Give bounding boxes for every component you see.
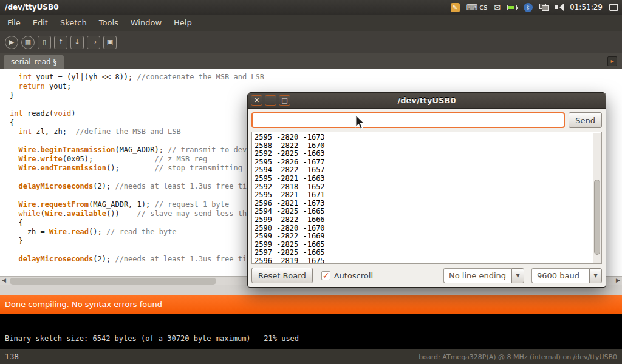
serial-controls: Reset Board Autoscroll No line ending 96… [251, 268, 602, 283]
serial-output-line: 2588 -2822 -1670 [255, 142, 592, 150]
bluetooth-icon[interactable]: ᛒ [524, 3, 533, 12]
toolbar: ▶▦▯↑↓→▣ [0, 31, 622, 53]
notes-icon[interactable]: ✎ [451, 3, 460, 12]
serial-output-line: 2599 -2822 -1669 [255, 232, 592, 241]
line-ending-dropdown[interactable]: No line ending [443, 268, 524, 283]
footer-bar: 138 board: ATmega328P(A) @ 8 MHz (intern… [0, 349, 622, 364]
screen: /dev/ttyUSB0 ✎cs✉ᛒ 01:51:29 FileEditSket… [0, 0, 622, 364]
upload-button[interactable]: → [87, 36, 100, 49]
serial-output-line: 2594 -2825 -1665 [255, 207, 592, 216]
tab-label: serial_read § [11, 58, 56, 66]
baud-rate-value: 9600 baud [531, 268, 589, 283]
serial-output-line: 2596 -2821 -1673 [255, 200, 592, 208]
line-ending-value: No line ending [443, 268, 511, 283]
top-panel: /dev/ttyUSB0 ✎cs✉ᛒ 01:51:29 [0, 0, 622, 15]
tab-serial-read[interactable]: serial_read § [4, 55, 64, 69]
keyboard-layout-indicator[interactable]: cs [466, 3, 488, 12]
save-button[interactable]: ↓ [70, 36, 84, 49]
serial-monitor-button[interactable]: ▣ [103, 36, 117, 49]
menu-sketch[interactable]: Sketch [54, 15, 93, 31]
window-titlebar[interactable]: /dev/ttyUSB0 ✕—□ [248, 93, 606, 109]
tab-bar: serial_read § [0, 53, 622, 69]
serial-output-line: 2595 -2821 -1671 [255, 191, 592, 200]
volume-icon[interactable] [555, 4, 563, 11]
compile-status-bar: Done compiling. No syntax errors found [0, 295, 622, 314]
scroll-right-arrow-icon[interactable] [616, 277, 620, 283]
reset-board-button[interactable]: Reset Board [251, 268, 313, 283]
window-title: /dev/ttyUSB0 [248, 96, 606, 105]
chevron-down-icon[interactable] [589, 268, 602, 283]
stop-button[interactable]: ▦ [21, 36, 35, 49]
menu-file[interactable]: File [1, 15, 27, 31]
current-line-number: 138 [5, 352, 19, 361]
autoscroll-label: Autoscroll [334, 271, 373, 280]
autoscroll-checkbox[interactable] [321, 271, 330, 280]
code-line: return yout; [10, 82, 622, 91]
serial-output-line: 2595 -2820 -1673 [255, 133, 592, 142]
system-tray: ✎cs✉ᛒ 01:51:29 [451, 3, 622, 12]
session-menu-icon[interactable] [609, 4, 618, 11]
console: Binary sketch size: 6542 bytes (of a 307… [0, 314, 622, 349]
open-button[interactable]: ↑ [54, 36, 67, 49]
scrollbar-thumb[interactable] [594, 180, 600, 255]
menu-window[interactable]: Window [125, 15, 168, 31]
serial-output-line: 2595 -2826 -1677 [255, 158, 592, 167]
clock[interactable]: 01:51:29 [570, 3, 603, 12]
menu-edit[interactable]: Edit [27, 15, 54, 31]
active-window-title: /dev/ttyUSB0 [5, 3, 59, 12]
serial-output-line: 2592 -2818 -1652 [255, 183, 592, 192]
send-button[interactable]: Send [569, 112, 602, 128]
close-button[interactable]: ✕ [251, 95, 262, 106]
console-text: Binary sketch size: 6542 bytes (of a 307… [0, 314, 622, 343]
baud-rate-dropdown[interactable]: 9600 baud [531, 268, 602, 283]
scrollbar-thumb[interactable] [10, 278, 216, 285]
serial-output-line: 2599 -2822 -1666 [255, 216, 592, 224]
code-line: int yout = (yl|(yh << 8)); //concatenate… [10, 73, 622, 82]
send-row: Send [251, 112, 602, 128]
serial-output-line: 2596 -2819 -1675 [255, 257, 592, 264]
new-sketch-button[interactable]: ▯ [38, 36, 51, 49]
maximize-button[interactable]: □ [279, 95, 290, 106]
serial-output-line: 2594 -2822 -1657 [255, 166, 592, 175]
chevron-down-icon[interactable] [511, 268, 524, 283]
serial-output-scrollbar[interactable] [593, 133, 601, 263]
serial-output-line: 2592 -2825 -1663 [255, 150, 592, 158]
mail-icon[interactable]: ✉ [494, 3, 501, 12]
minimize-button[interactable]: — [265, 95, 276, 106]
serial-output[interactable]: 2595 -2820 -16732588 -2822 -16702592 -28… [251, 132, 602, 264]
menu-tools[interactable]: Tools [93, 15, 125, 31]
tab-menu-button[interactable] [607, 56, 617, 66]
scroll-left-arrow-icon[interactable] [2, 277, 6, 283]
serial-monitor-window: /dev/ttyUSB0 ✕—□ Send 2595 -2820 -167325… [247, 92, 606, 288]
serial-output-line: 2599 -2825 -1665 [255, 241, 592, 249]
board-info: board: ATmega328P(A) @ 8 MHz (internal) … [419, 353, 617, 361]
verify-button[interactable]: ▶ [5, 36, 18, 49]
serial-monitor-body: Send 2595 -2820 -16732588 -2822 -1670259… [248, 109, 606, 287]
serial-output-line: 2595 -2821 -1663 [255, 175, 592, 183]
serial-output-line: 2597 -2825 -1665 [255, 249, 592, 257]
menu-help[interactable]: Help [168, 15, 198, 31]
battery-icon[interactable] [507, 5, 517, 10]
menu-bar: FileEditSketchToolsWindowHelp [0, 15, 622, 31]
serial-output-line: 2590 -2820 -1670 [255, 224, 592, 233]
network-icon[interactable] [539, 4, 549, 11]
serial-input[interactable] [251, 112, 565, 128]
